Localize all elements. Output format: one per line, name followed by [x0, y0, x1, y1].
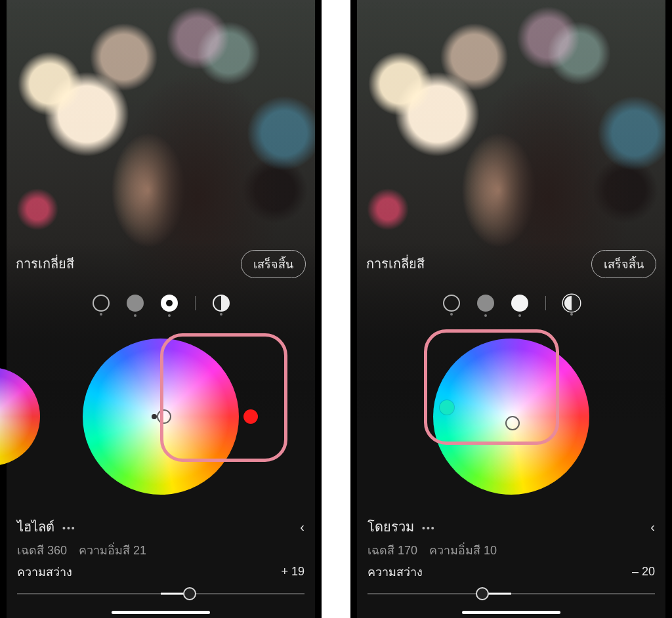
- tab-divider: [195, 296, 196, 310]
- home-indicator[interactable]: [112, 611, 210, 614]
- picker-handle[interactable]: [505, 416, 520, 430]
- luminance-slider[interactable]: [368, 584, 655, 604]
- hue-label: เฉดสี: [17, 544, 44, 557]
- color-wheel-area: [361, 321, 662, 512]
- luminance-slider[interactable]: [17, 584, 304, 604]
- tone-tabs: [361, 285, 662, 321]
- hue-value: 170: [398, 544, 417, 557]
- tone-tabs: [10, 285, 311, 321]
- color-wheel-area: [10, 321, 311, 512]
- collapse-chevron-icon[interactable]: ‹: [650, 520, 655, 535]
- panel-title: การเกลี่ยสี: [16, 253, 74, 274]
- tab-global-icon[interactable]: [213, 295, 230, 312]
- tab-shadows-icon[interactable]: [443, 295, 460, 312]
- hue-label: เฉดสี: [368, 544, 394, 557]
- collapse-chevron-icon[interactable]: ‹: [300, 520, 304, 535]
- slider-track: [368, 593, 655, 594]
- sat-value: 10: [484, 544, 497, 557]
- selected-color-dot[interactable]: [440, 400, 454, 415]
- hue-sat-readout: เฉดสี 360 ความอิ่มสี 21: [10, 539, 311, 562]
- hue-sat-readout: เฉดสี 170 ความอิ่มสี 10: [361, 539, 662, 562]
- tab-shadows-icon[interactable]: [93, 295, 110, 312]
- section-name-label: ไฮไลต์: [17, 516, 54, 537]
- home-indicator[interactable]: [462, 611, 560, 614]
- picker-handle[interactable]: [157, 409, 171, 424]
- more-options-icon[interactable]: [62, 520, 76, 535]
- color-wheel[interactable]: [83, 339, 239, 495]
- sat-value: 21: [133, 544, 146, 557]
- tab-midtones-icon[interactable]: [477, 295, 494, 312]
- adjacent-wheel-peek: [0, 367, 40, 466]
- tab-global-icon[interactable]: [563, 295, 580, 312]
- done-button[interactable]: เสร็จสิ้น: [591, 250, 656, 278]
- tab-midtones-icon[interactable]: [127, 295, 144, 312]
- color-wheel[interactable]: [433, 339, 589, 495]
- edit-panel: การเกลี่ยสี เสร็จสิ้น ไฮไลต์ ‹: [7, 243, 315, 618]
- panel-title: การเกลี่ยสี: [366, 253, 425, 274]
- phone-right: การเกลี่ยสี เสร็จสิ้น โดยรวม ‹ เฉดสี 17: [350, 0, 672, 618]
- done-button[interactable]: เสร็จสิ้น: [241, 250, 306, 278]
- section-header[interactable]: โดยรวม: [368, 516, 436, 537]
- hue-value: 360: [47, 544, 67, 557]
- sat-label: ความอิ่มสี: [429, 544, 480, 557]
- luminance-label: ความสว่าง: [17, 562, 72, 581]
- edit-panel: การเกลี่ยสี เสร็จสิ้น โดยรวม ‹ เฉดสี 17: [357, 243, 665, 618]
- more-options-icon[interactable]: [422, 520, 436, 535]
- luminance-value: + 19: [281, 565, 304, 579]
- section-header[interactable]: ไฮไลต์: [17, 516, 76, 537]
- tab-highlights-icon[interactable]: [161, 295, 178, 312]
- section-name-label: โดยรวม: [368, 516, 414, 537]
- sat-label: ความอิ่มสี: [79, 544, 130, 557]
- phone-left: การเกลี่ยสี เสร็จสิ้น ไฮไลต์ ‹: [0, 0, 322, 618]
- slider-knob[interactable]: [183, 587, 196, 600]
- slider-knob[interactable]: [476, 587, 489, 600]
- selected-color-dot[interactable]: [243, 409, 258, 424]
- tab-highlights-icon[interactable]: [511, 295, 528, 312]
- luminance-value: – 20: [632, 565, 655, 579]
- luminance-label: ความสว่าง: [368, 562, 423, 581]
- tab-divider: [545, 296, 546, 310]
